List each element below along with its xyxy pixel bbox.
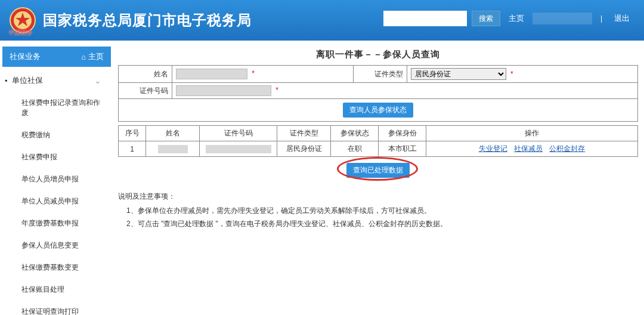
required-mark: *	[275, 86, 278, 94]
idtype-select[interactable]: 居民身份证	[411, 68, 506, 80]
sidebar-item[interactable]: 单位人员减员申报	[0, 190, 113, 212]
chevron-down-icon: ⌄	[94, 76, 101, 85]
notes-section: 说明及注意事项： 1、参保单位在办理减员时，需先办理失业登记，确定员工劳动关系解…	[118, 190, 638, 230]
query-processed-row: 查询已处理数据	[118, 163, 638, 178]
op-fund-seal[interactable]: 公积金封存	[549, 144, 585, 153]
sidebar: 社保业务 ⌂ 主页 单位社保 ⌄ 社保费申报记录查询和作废 税费缴纳 社保费申报…	[0, 41, 113, 315]
cell-idtype: 居民身份证	[277, 141, 331, 157]
op-ss-reduce[interactable]: 社保减员	[514, 144, 543, 153]
sidebar-item[interactable]: 单位人员增员申报	[0, 168, 113, 190]
col-seq: 序号	[119, 126, 146, 141]
col-idno: 证件号码	[200, 126, 277, 141]
cell-identity: 本市职工	[379, 141, 426, 157]
idno-label: 证件号码	[119, 83, 172, 99]
col-status: 参保状态	[331, 126, 379, 141]
required-mark: *	[510, 70, 513, 78]
note-item: 2、可点击 "查询已处理数据 "，查询在电子税务局办理失业登记、社保减员、公积金…	[126, 217, 638, 230]
home-link[interactable]: 主页	[509, 13, 524, 24]
page-title: 离职一件事－－参保人员查询	[118, 49, 638, 60]
app-header: 中国税务 国家税务总局厦门市电子税务局 搜索 主页 | 退出	[0, 0, 644, 41]
query-status-row: 查询人员参保状态	[118, 99, 638, 122]
sidebar-home-link[interactable]: ⌂ 主页	[81, 51, 104, 62]
app-logo: 中国税务	[10, 7, 36, 33]
logo-subtitle: 中国税务	[8, 29, 32, 37]
sidebar-item[interactable]: 社保费申报记录查询和作废	[0, 92, 113, 124]
cell-status: 在职	[331, 141, 379, 157]
col-name: 姓名	[146, 126, 200, 141]
query-form: 姓名 * 证件类型 居民身份证 * 证件号码 *	[118, 65, 638, 99]
cell-idno	[200, 141, 277, 157]
sidebar-item[interactable]: 参保人员信息变更	[0, 234, 113, 257]
header-right: 搜索 主页 | 退出	[383, 11, 633, 26]
cell-seq: 1	[119, 141, 146, 157]
required-mark: *	[252, 69, 255, 78]
user-display	[532, 13, 592, 24]
col-identity: 参保身份	[379, 126, 426, 141]
sidebar-header: 社保业务 ⌂ 主页	[2, 47, 111, 67]
sidebar-item-unit-social[interactable]: 单位社保 ⌄	[0, 69, 113, 92]
table-row: 1 居民身份证 在职 本市职工 失业登记 社保减员 公积金封存	[119, 141, 638, 157]
col-idtype: 证件类型	[277, 126, 331, 141]
result-table: 序号 姓名 证件号码 证件类型 参保状态 参保身份 操作 1 居民身份证 在职 …	[118, 125, 638, 157]
sidebar-item[interactable]: 社保账目处理	[0, 279, 113, 301]
notes-title: 说明及注意事项：	[118, 190, 638, 203]
sidebar-title: 社保业务	[10, 51, 41, 62]
name-input[interactable]	[176, 69, 247, 79]
sidebar-item[interactable]: 税费缴纳	[0, 124, 113, 146]
query-processed-button[interactable]: 查询已处理数据	[346, 163, 410, 178]
app-title: 国家税务总局厦门市电子税务局	[43, 11, 252, 30]
sidebar-home-label: 主页	[88, 51, 104, 62]
sidebar-item[interactable]: 社保证明查询打印	[0, 301, 113, 315]
sidebar-item[interactable]: 年度缴费基数申报	[0, 212, 113, 234]
sidebar-item[interactable]: 社保缴费基数变更	[0, 257, 113, 279]
sidebar-parent-label: 单位社保	[12, 75, 43, 86]
cell-ops: 失业登记 社保减员 公积金封存	[426, 141, 638, 157]
search-button[interactable]: 搜索	[472, 11, 500, 26]
logout-link[interactable]: 退出	[614, 13, 630, 24]
home-icon: ⌂	[81, 52, 86, 61]
idno-input[interactable]	[176, 85, 271, 96]
name-label: 姓名	[119, 66, 172, 83]
search-input[interactable]	[383, 11, 467, 26]
cell-name	[146, 141, 200, 157]
sidebar-item[interactable]: 社保费申报	[0, 146, 113, 168]
note-item: 1、参保单位在办理减员时，需先办理失业登记，确定员工劳动关系解除手续后，方可社保…	[126, 204, 638, 217]
query-status-button[interactable]: 查询人员参保状态	[343, 103, 413, 118]
op-unemploy-reg[interactable]: 失业登记	[479, 144, 507, 153]
idtype-label: 证件类型	[353, 66, 407, 83]
content-area: 离职一件事－－参保人员查询 姓名 * 证件类型 居民身份证 * 证件号码	[113, 41, 644, 315]
separator: |	[600, 14, 602, 23]
col-ops: 操作	[426, 126, 638, 141]
